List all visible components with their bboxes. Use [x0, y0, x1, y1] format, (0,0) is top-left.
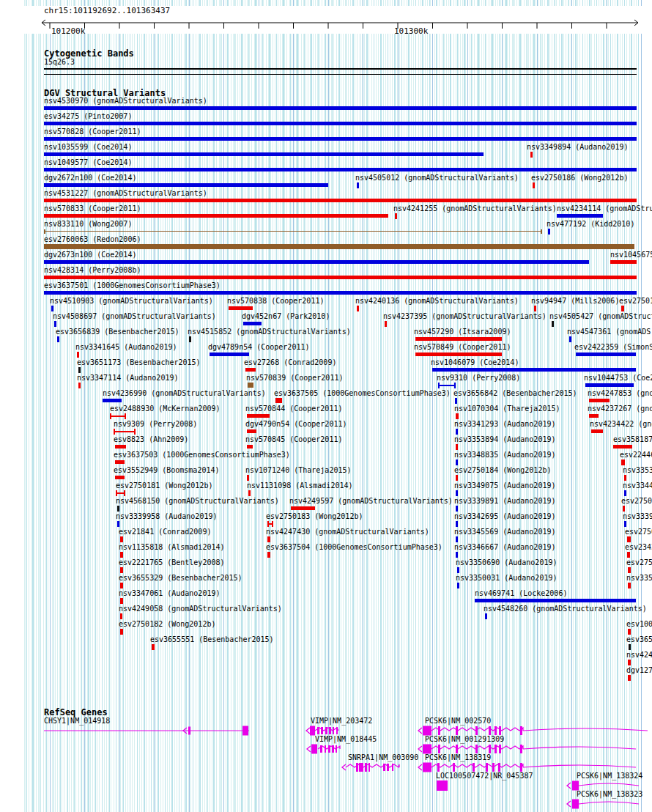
variant-label[interactable]: esv2750181 (Wong2012b)	[116, 482, 212, 490]
variant-label[interactable]: nsv4548260 (gnomADStructuralVariants)	[484, 605, 647, 613]
gene-exon[interactable]	[336, 727, 338, 734]
variant-label[interactable]: esv2343	[625, 544, 652, 551]
variant-label[interactable]: esv1007	[626, 621, 652, 628]
variant-label[interactable]: nsv4249597 (gnomADStructuralVariants)	[289, 498, 453, 505]
variant-label[interactable]: nsv4510903 (gnomADStructuralVariants)	[50, 298, 213, 305]
gene-exon[interactable]	[456, 726, 458, 735]
variant-label[interactable]: esv3637505 (1000GenomesConsortiumPhase3)	[274, 390, 451, 397]
gene-exon[interactable]	[456, 745, 458, 753]
variant-label[interactable]: esv3651173 (Besenbacher2015)	[77, 359, 201, 366]
variant-label[interactable]: nsv4237395 (gnomADStructuralVariants)	[383, 313, 547, 320]
variant-label[interactable]: nsv3349075 (Audano2019)	[454, 482, 555, 490]
gene-exon[interactable]	[475, 745, 478, 753]
variant-label[interactable]: esv3656842 (Besenbacher2015)	[453, 390, 577, 397]
variant-feature[interactable]	[245, 368, 256, 372]
variant-feature[interactable]	[591, 429, 603, 433]
variant-label[interactable]: nsv570849 (Cooper2011)	[414, 344, 511, 351]
variant-label[interactable]: esv2488930 (McKernan2009)	[110, 405, 221, 413]
variant-feature[interactable]	[624, 521, 626, 527]
variant-feature[interactable]	[624, 475, 626, 481]
variant-feature[interactable]	[589, 399, 610, 402]
variant-label[interactable]: nsv3348835 (Audano2019)	[454, 451, 555, 459]
variant-label[interactable]: nsv4247430 (gnomADStructuralVariants)	[266, 528, 429, 536]
variant-label[interactable]: esv3656839 (Besenbacher2015)	[56, 328, 179, 336]
gene-label[interactable]: PCSK6|NM_138319	[425, 754, 491, 761]
gene-exon[interactable]	[356, 763, 358, 772]
variant-label[interactable]: nsv570844 (Cooper2011)	[245, 405, 342, 413]
variant-feature[interactable]	[557, 214, 603, 218]
variant-feature[interactable]	[628, 567, 631, 573]
variant-label[interactable]: nsv3347114 (Audano2019)	[77, 374, 178, 382]
variant-feature[interactable]	[569, 336, 571, 342]
variant-label[interactable]: nsv3347061 (Audano2019)	[119, 590, 220, 597]
gene-exon[interactable]	[453, 763, 455, 772]
gene-exon[interactable]	[498, 763, 500, 772]
variant-label[interactable]: nsv570833 (Cooper2011)	[44, 205, 141, 213]
variant-feature[interactable]	[44, 276, 637, 279]
variant-label[interactable]: esv2760063 (Redon2006)	[44, 236, 141, 243]
variant-feature[interactable]	[120, 583, 123, 588]
variant-feature[interactable]	[267, 536, 270, 542]
variant-feature[interactable]	[44, 183, 328, 187]
cytoband-label[interactable]: 15q26.3	[44, 59, 75, 66]
variant-feature[interactable]	[623, 506, 625, 512]
variant-label[interactable]: esv27501	[619, 298, 652, 305]
variant-label[interactable]: nsv4508697 (gnomADStructuralVariants)	[53, 313, 216, 320]
variant-label[interactable]: esv3637504 (1000GenomesConsortiumPhase3)	[266, 544, 442, 551]
gene-exon[interactable]	[492, 763, 494, 772]
variant-label[interactable]: esv358187	[613, 436, 652, 443]
gene-exon[interactable]	[325, 745, 326, 753]
variant-label[interactable]: nsv4234422 (gno	[590, 421, 652, 428]
variant-feature[interactable]	[456, 521, 458, 527]
variant-feature[interactable]	[475, 599, 636, 602]
variant-feature[interactable]	[248, 383, 253, 388]
variant-label[interactable]: nsv3345569 (Audano2019)	[454, 528, 555, 536]
variant-label[interactable]: esv3651	[626, 636, 652, 643]
variant-feature[interactable]	[116, 490, 125, 496]
gene-label[interactable]: PCSK6|NM_002570	[425, 717, 491, 725]
variant-label[interactable]: nsv3350690 (Audano2019)	[456, 559, 557, 566]
gene-exon[interactable]	[332, 745, 334, 753]
gene-exon[interactable]	[423, 763, 431, 772]
gene-intron-line[interactable]	[523, 765, 636, 767]
gene-label[interactable]: VIMP|NM_018445	[315, 736, 377, 743]
variant-label[interactable]: nsv570839 (Cooper2011)	[246, 374, 343, 382]
variant-feature[interactable]	[530, 152, 533, 158]
gene-exon[interactable]	[437, 780, 448, 791]
variant-label[interactable]: dgv2672n100 (Coe2014)	[44, 174, 136, 182]
gene-label[interactable]: PCSK6|NM_138323	[577, 791, 642, 798]
variant-feature[interactable]	[621, 459, 625, 465]
variant-label[interactable]: nsv4505012 (gnomADStructuralVariants)	[355, 174, 519, 182]
variant-feature[interactable]	[627, 536, 631, 542]
gene-exon[interactable]	[242, 726, 248, 736]
variant-feature[interactable]	[357, 182, 359, 188]
variant-feature[interactable]	[115, 476, 125, 479]
variant-feature[interactable]	[456, 552, 458, 558]
variant-label[interactable]: nsv3350031 (Audano2019)	[456, 575, 557, 582]
variant-feature[interactable]	[247, 414, 270, 418]
gene-exon[interactable]	[387, 764, 389, 771]
variant-label[interactable]: nsv4240136 (gnomADStructuralVariants)	[355, 298, 519, 305]
variant-label[interactable]: nsv4241255 (gnomADStructuralVariants)	[393, 205, 557, 213]
variant-feature[interactable]	[291, 506, 315, 510]
variant-label[interactable]: nsv570828 (Cooper2011)	[44, 128, 141, 136]
gene-exon[interactable]	[438, 726, 440, 735]
variant-feature[interactable]	[624, 490, 626, 496]
gene-intron-zigzag[interactable]	[346, 764, 399, 767]
variant-feature[interactable]	[114, 429, 136, 435]
gene-exon[interactable]	[572, 800, 579, 809]
gene-exon[interactable]	[438, 745, 440, 753]
variant-label[interactable]: nsv1035599 (Coe2014)	[44, 144, 132, 151]
variant-label[interactable]: esv3655551 (Besenbacher2015)	[150, 636, 274, 643]
variant-feature[interactable]	[247, 475, 249, 481]
variant-label[interactable]: nsv3339891 (Audano2019)	[454, 498, 555, 505]
variant-label[interactable]: dgv4789n54 (Cooper2011)	[208, 344, 309, 351]
gene-exon[interactable]	[520, 763, 522, 772]
variant-feature[interactable]	[456, 536, 458, 542]
variant-label[interactable]: nsv3346667 (Audano2019)	[454, 544, 555, 551]
variant-feature[interactable]	[44, 137, 637, 141]
variant-feature[interactable]	[385, 321, 387, 327]
variant-label[interactable]: nsv1049577 (Coe2014)	[44, 159, 132, 166]
variant-feature[interactable]	[457, 567, 459, 573]
variant-label[interactable]: dgv2673n100 (Coe2014)	[44, 251, 136, 259]
